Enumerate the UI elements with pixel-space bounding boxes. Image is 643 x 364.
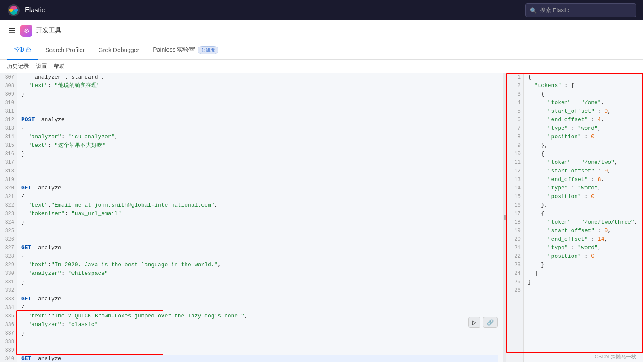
tab-painless-lab[interactable]: Painless 实验室 公测版 <box>146 41 225 60</box>
code-line: } <box>21 278 498 286</box>
code-line: "end_offset" : 8, <box>528 175 639 184</box>
code-line: }, <box>528 201 639 210</box>
code-line: { <box>21 252 498 261</box>
line-number: 320 <box>3 184 14 192</box>
line-number: 332 <box>3 286 14 295</box>
code-line <box>21 235 498 244</box>
line-number: 24 <box>509 269 521 278</box>
line-number: 25 <box>509 278 521 286</box>
line-number: 15 <box>509 192 521 201</box>
code-line: "text":"Email me at john.smith@global-in… <box>21 201 498 210</box>
tab-grok-debugger[interactable]: Grok Debugger <box>92 41 146 60</box>
line-number: 321 <box>3 192 14 201</box>
elastic-logo-icon <box>7 3 20 17</box>
code-line <box>21 158 498 167</box>
output-content: { "tokens" : [ { "token" : "/one", "star… <box>524 73 643 362</box>
line-number: 338 <box>3 338 14 346</box>
code-line <box>21 338 498 346</box>
line-number: 4 <box>509 99 521 107</box>
line-number: 12 <box>509 167 521 175</box>
dev-tools-label: 开发工具 <box>36 26 61 35</box>
line-number: 8 <box>509 133 521 141</box>
line-number: 331 <box>3 278 14 286</box>
tab-search-profiler[interactable]: Search Profiler <box>38 41 92 60</box>
code-line: "tokenizer": "uax_url_email" <box>21 210 498 218</box>
code-line <box>21 175 498 184</box>
code-line: "tokens" : [ <box>528 82 639 90</box>
line-number: 318 <box>3 167 14 175</box>
code-line: "end_offset" : 4, <box>528 116 639 124</box>
line-number: 336 <box>3 320 14 329</box>
code-line: "text": "这个苹果不大好吃" <box>21 141 498 150</box>
code-line <box>21 167 498 175</box>
svg-point-3 <box>9 9 13 12</box>
tab-console[interactable]: 控制台 <box>7 41 38 60</box>
code-line <box>21 107 498 116</box>
code-content[interactable]: analyzer : standard , "text": "他说的确实在理"}… <box>17 73 503 362</box>
app-title: Elastic <box>25 6 45 14</box>
code-line: "text":"The 2 QUICK Brown-Foxes jumped o… <box>21 312 498 320</box>
line-number: 1 <box>509 73 521 82</box>
line-number: 324 <box>3 218 14 227</box>
copy-link-button[interactable]: 🔗 <box>483 317 498 328</box>
code-line: "type" : "word", <box>528 244 639 252</box>
tab-bar: 控制台 Search Profiler Grok Debugger Painle… <box>0 41 643 60</box>
code-line: } <box>21 150 498 158</box>
code-line: ] <box>528 269 639 278</box>
line-number: 2 <box>509 82 521 90</box>
line-number: 7 <box>509 124 521 133</box>
settings-button[interactable]: 设置 <box>36 62 47 70</box>
beta-badge: 公测版 <box>198 46 218 54</box>
line-number: 22 <box>509 252 521 261</box>
code-line: "position" : 0 <box>528 192 639 201</box>
code-line: "position" : 0 <box>528 133 639 141</box>
line-number: 307 <box>3 73 14 82</box>
code-line <box>21 346 498 355</box>
run-button[interactable]: ▷ <box>468 317 480 328</box>
code-line <box>528 286 639 295</box>
code-line: "position" : 0 <box>528 252 639 261</box>
line-number: 20 <box>509 235 521 244</box>
line-number: 13 <box>509 175 521 184</box>
search-placeholder: 搜索 Elastic <box>540 6 569 14</box>
code-line: GET _analyze <box>21 295 498 303</box>
svg-point-4 <box>14 9 18 12</box>
toolbar: 历史记录 设置 帮助 <box>0 60 643 73</box>
code-editor[interactable]: 3073083093103113123133143153163173183193… <box>0 73 503 362</box>
menu-toggle-button[interactable]: ☰ <box>7 24 17 37</box>
global-search[interactable]: 🔍 搜索 Elastic <box>525 3 636 17</box>
dev-tools-icon: ⚙ <box>20 25 32 37</box>
code-line: { <box>528 210 639 218</box>
line-number: 335 <box>3 312 14 320</box>
output-editor[interactable]: 1234567891011121314151617181920212223242… <box>506 73 643 362</box>
line-number: 9 <box>509 141 521 150</box>
line-number: 319 <box>3 175 14 184</box>
code-line: "end_offset" : 14, <box>528 235 639 244</box>
help-button[interactable]: 帮助 <box>54 62 65 70</box>
history-button[interactable]: 历史记录 <box>7 62 29 70</box>
main-content: 3073083093103113123133143153163173183193… <box>0 73 643 362</box>
pane-divider[interactable]: ‖ <box>503 73 506 362</box>
output-pane: 1234567891011121314151617181920212223242… <box>506 73 643 362</box>
code-line: "type" : "word", <box>528 124 639 133</box>
secondary-nav: ☰ ⚙ 开发工具 <box>0 20 643 41</box>
line-number: 3 <box>509 90 521 99</box>
editor-pane[interactable]: 3073083093103113123133143153163173183193… <box>0 73 503 362</box>
line-number: 17 <box>509 210 521 218</box>
code-line: "analyzer": "classic" <box>21 320 498 329</box>
line-number: 10 <box>509 150 521 158</box>
code-line <box>21 286 498 295</box>
line-number: 323 <box>3 210 14 218</box>
code-line: } <box>21 90 498 99</box>
line-number: 21 <box>509 244 521 252</box>
code-line: { <box>21 124 498 133</box>
line-number: 309 <box>3 90 14 99</box>
code-line: "token" : "/one/two/three", <box>528 218 639 227</box>
code-line: { <box>528 90 639 99</box>
line-number: 18 <box>509 218 521 227</box>
line-number: 326 <box>3 235 14 244</box>
code-line: { <box>21 303 498 312</box>
code-line: { <box>528 73 639 82</box>
line-number: 23 <box>509 261 521 269</box>
line-number: 337 <box>3 329 14 338</box>
